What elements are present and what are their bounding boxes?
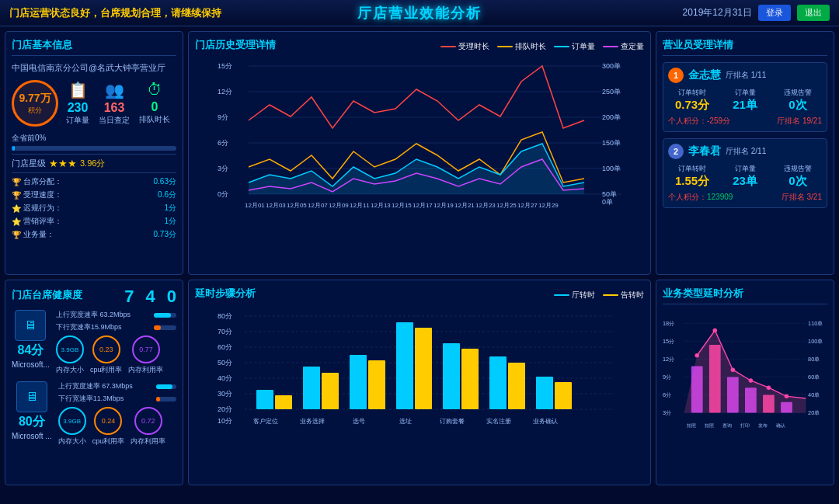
monitor-icon: 🖥 (24, 318, 37, 332)
mini-metric-cpu-2: 0.24 cpu利用率 (92, 407, 125, 447)
svg-text:12月19: 12月19 (433, 202, 454, 209)
legend-item-1: 受理时长 (440, 41, 489, 52)
svg-text:3分: 3分 (218, 165, 228, 172)
bw-down-fill-1 (154, 325, 161, 330)
health-nums: 7 4 0 (124, 287, 176, 307)
monitor-icon-2: 🖥 (26, 390, 38, 404)
bw-up-1: 上行宽度速率 63.2Mbps (56, 310, 176, 320)
staff-1-m3-val: 0次 (789, 98, 806, 113)
legend-label-1: 受理时长 (458, 41, 489, 52)
metric-label-3: ⭐迟规行为： (12, 203, 62, 214)
cpu-circle-2: 0.24 (94, 407, 122, 435)
terminal-item-2: 🖥 80分 Microsoft ... 上行宽度速率 67.3Mbps 下行宽速… (12, 381, 176, 447)
trophy-icon-1: 🏆 (12, 178, 21, 186)
star-icons: ★★★ (49, 158, 77, 169)
staff-1-m3-label: 违规告警 (784, 88, 812, 98)
svg-text:110单: 110单 (808, 320, 823, 327)
step-dot-1 (554, 294, 569, 296)
staff-2-metric-1: 订单转时 1.55分 (668, 164, 716, 189)
bw-down-label-2: 下行宽速率11.3Mbps (58, 394, 151, 404)
staff-2-m3-val: 0次 (789, 174, 806, 189)
svg-text:12月05: 12月05 (287, 202, 307, 209)
svg-text:12月25: 12月25 (496, 202, 517, 209)
cpu-val-2: 0.24 (102, 417, 116, 425)
metric-label-4: ⭐营销评率： (12, 216, 62, 227)
svg-text:70分: 70分 (218, 328, 232, 335)
metric-row-1: 🏆台席分配： 0.63分 (12, 176, 176, 187)
divider2 (12, 172, 176, 173)
cpu-val-1: 0.23 (99, 346, 113, 353)
legend-dot-1 (440, 46, 456, 47)
svg-text:订购套餐: 订购套餐 (440, 418, 465, 425)
svg-text:20分: 20分 (218, 405, 232, 413)
stat-orders: 📋 230 订单量 (66, 81, 89, 126)
svg-text:0分: 0分 (218, 190, 228, 198)
queue-value: 163 (104, 101, 125, 115)
svg-text:客户定位: 客户定位 (253, 418, 278, 425)
staff-2-score-val: 123909 (707, 193, 733, 201)
queue-label: 当日查定 (99, 115, 130, 126)
staff-2-rank-label: 厅排名 2/11 (726, 146, 766, 157)
svg-text:100单: 100单 (808, 338, 823, 345)
exit-button[interactable]: 退出 (797, 5, 830, 21)
mini-metrics-2: 3.9GB 内存大小 0.24 cpu利用率 0.72 (58, 407, 176, 447)
svg-text:12分: 12分 (663, 356, 674, 363)
svg-text:6分: 6分 (663, 391, 671, 398)
svg-rect-69 (555, 382, 572, 409)
legend-label-4: 查定量 (621, 41, 644, 52)
legend-label-2: 排队时长 (515, 41, 546, 52)
rank-pct: 全省前0% (12, 133, 176, 144)
svg-text:50分: 50分 (218, 359, 232, 367)
svg-text:12月11: 12月11 (350, 202, 370, 209)
health-num-1: 7 (124, 287, 134, 307)
mini-metric-io-1: 0.77 内存利用率 (128, 335, 163, 375)
login-button[interactable]: 登录 (758, 5, 791, 21)
staff-2-metrics: 订单转时 1.55分 订单量 23单 违规告警 0次 (668, 164, 822, 189)
svg-text:40单: 40单 (808, 391, 820, 398)
svg-text:20单: 20单 (808, 409, 820, 416)
step-analysis-title: 延时步骤分析 (195, 287, 256, 304)
biz-chart-svg: 18分 15分 12分 9分 6分 3分 110单 100单 80单 60单 4… (663, 311, 827, 450)
orders-label: 订单量 (66, 115, 89, 126)
star-score: 3.96分 (80, 158, 105, 169)
staff-2-score-label: 个人积分：123909 (668, 192, 733, 203)
step-dot-2 (603, 294, 618, 296)
wait-value: 0 (151, 100, 158, 114)
svg-text:15分: 15分 (663, 338, 674, 345)
staff-2-m1-label: 订单转时 (678, 164, 706, 174)
cpu-circle-1: 0.23 (92, 335, 120, 363)
svg-rect-65 (489, 356, 507, 409)
panel-staff: 营业员受理详情 1 金志慧 厅排名 1/11 订单转时 0.73分 订单量 21… (656, 31, 834, 275)
step-chart-svg: 80分 70分 60分 50分 40分 30分 20分 10分 客户定位 业务选… (195, 308, 644, 433)
metric-val-5: 0.73分 (154, 229, 176, 240)
legend-item-4: 查定量 (603, 41, 644, 52)
svg-text:12月17: 12月17 (413, 202, 433, 209)
bw-down-fill-2 (156, 397, 160, 401)
svg-text:拍照: 拍照 (704, 422, 714, 428)
stat-wait: ⏱ 0 排队时长 (139, 81, 170, 126)
biz-analysis-title: 业务类型延时分析 (663, 287, 827, 304)
svg-point-98 (731, 367, 736, 372)
svg-rect-68 (536, 377, 553, 409)
mem-val-2: 3.9GB (63, 418, 81, 425)
panel-biz-analysis: 业务类型延时分析 18分 15分 12分 9分 6分 3分 110单 100单 … (656, 280, 834, 485)
trophy-icon-5: 🏆 (12, 231, 21, 239)
io-circle-1: 0.77 (132, 335, 160, 363)
io-circle-2: 0.72 (134, 407, 162, 435)
staff-2-name: 李春君 (688, 144, 721, 158)
wait-label: 排队时长 (139, 114, 170, 125)
trophy-icon-2: 🏆 (12, 191, 21, 200)
terminal-1-detail: 上行宽度速率 63.2Mbps 下行宽速率15.9Mbps 3.9GB (56, 310, 176, 375)
metric-row-5: 🏆业务量： 0.73分 (12, 229, 176, 240)
staff-1-metrics: 订单转时 0.73分 订单量 21单 违规告警 0次 (668, 88, 822, 113)
legend-dot-3 (554, 46, 569, 47)
bw-up-2: 上行宽度速率 67.3Mbps (58, 381, 176, 391)
star-icon-3: ⭐ (12, 204, 21, 213)
step-legend-1: 厅转时 (554, 290, 595, 301)
svg-rect-54 (322, 373, 339, 409)
health-num-2: 4 (146, 287, 155, 307)
bw-down-2: 下行宽速率11.3Mbps (58, 394, 176, 404)
header-right: 2019年12月31日 登录 退出 (683, 5, 830, 21)
staff-2-footer: 个人积分：123909 厅排名 3/21 (668, 192, 822, 203)
bw-up-bar-1 (154, 313, 176, 318)
